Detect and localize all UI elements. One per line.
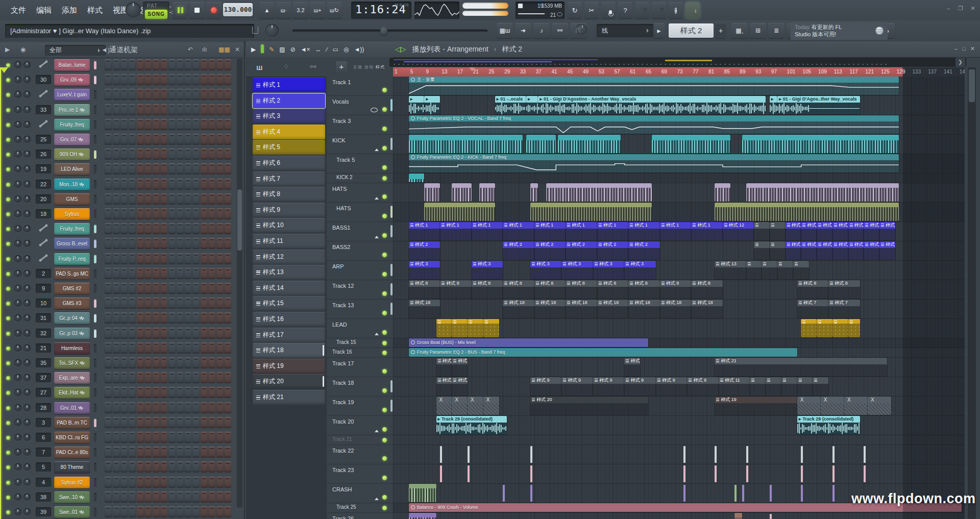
pattern-clip-样式 2[interactable]: 样式 2 — [534, 241, 566, 260]
track-mute-led[interactable] — [382, 88, 387, 92]
channel-pan-knob[interactable] — [14, 106, 21, 113]
step-button-16[interactable] — [224, 89, 231, 100]
step-button-9[interactable] — [168, 149, 176, 160]
step-button-3[interactable] — [120, 432, 128, 443]
channel-pan-knob[interactable] — [14, 225, 21, 232]
step-button-3[interactable] — [120, 59, 128, 70]
step-button-14[interactable] — [208, 491, 215, 503]
channel-pan-knob[interactable] — [14, 449, 21, 456]
step-button-3[interactable] — [120, 461, 128, 473]
pattern-clip[interactable] — [777, 261, 793, 279]
channel-enable-led[interactable] — [6, 391, 10, 395]
step-button-7[interactable] — [153, 417, 160, 428]
channel-volume-knob[interactable] — [23, 389, 31, 396]
step-button-11[interactable] — [184, 74, 191, 85]
channel-pan-knob[interactable] — [14, 151, 21, 158]
track-header-KICK-4[interactable]: KICK··· — [327, 135, 393, 154]
step-button-10[interactable] — [177, 268, 184, 279]
step-button-6[interactable] — [144, 149, 152, 160]
channel-number[interactable]: 22 — [36, 180, 51, 189]
channel-button-LED Alive[interactable]: LED Alive — [54, 163, 90, 175]
step-button-14[interactable] — [208, 268, 215, 279]
step-button-7[interactable] — [153, 149, 160, 160]
step-button-13[interactable] — [201, 357, 208, 368]
step-button-11[interactable] — [184, 268, 191, 279]
channel-pan-knob[interactable] — [14, 165, 21, 172]
track-mute-led[interactable] — [382, 351, 387, 355]
step-button-16[interactable] — [224, 238, 231, 249]
channel-volume-knob[interactable] — [23, 76, 31, 83]
step-button-11[interactable] — [184, 134, 191, 145]
count-in-button[interactable]: 3.2 — [293, 2, 308, 18]
channel-enable-led[interactable] — [6, 436, 10, 440]
step-button-12[interactable] — [192, 342, 200, 354]
step-button-3[interactable] — [120, 179, 128, 190]
channel-link-icon[interactable] — [40, 91, 47, 96]
step-button-2[interactable] — [113, 298, 120, 309]
step-button-7[interactable] — [153, 134, 160, 145]
track-header-Track 3-3[interactable]: Track 3··· — [327, 115, 393, 135]
track-header-Track 5-5[interactable]: Track 5··· — [327, 154, 393, 174]
step-button-4[interactable] — [129, 59, 136, 70]
step-button-2[interactable] — [113, 179, 120, 190]
step-button-16[interactable] — [224, 59, 231, 70]
channel-enable-led[interactable] — [6, 93, 10, 97]
fx-tick-clip[interactable] — [832, 485, 835, 502]
step-button-10[interactable] — [177, 74, 184, 85]
step-button-4[interactable] — [129, 283, 136, 294]
step-button-11[interactable] — [184, 298, 191, 309]
step-button-14[interactable] — [208, 89, 215, 100]
pattern-clip-样式 1[interactable]: 样式 1 — [786, 222, 801, 240]
channel-target-indicator[interactable] — [94, 344, 96, 353]
audio-clip[interactable]: ▸ — [424, 96, 440, 114]
track-mute-led[interactable] — [382, 341, 387, 345]
track-mute-led[interactable] — [382, 194, 387, 199]
step-button-1[interactable] — [105, 491, 112, 503]
step-button-2[interactable] — [113, 417, 120, 428]
track-header-LEAD-14[interactable]: LEAD··· — [327, 319, 393, 338]
step-button-10[interactable] — [177, 432, 184, 443]
channel-number[interactable]: 35 — [36, 358, 51, 367]
step-button-15[interactable] — [216, 417, 224, 428]
channel-number[interactable]: 37 — [36, 373, 51, 382]
pattern-clip-样式 1[interactable]: 样式 1 — [566, 222, 597, 240]
step-button-16[interactable] — [224, 312, 231, 324]
pattern-clip-样式 8[interactable]: 样式 8 — [797, 280, 828, 299]
step-button-12[interactable] — [192, 253, 200, 264]
step-button-5[interactable] — [137, 193, 144, 205]
step-button-2[interactable] — [113, 238, 120, 249]
step-button-3[interactable] — [120, 163, 128, 175]
pattern-clip-样式 3[interactable]: 样式 3 — [624, 261, 655, 279]
step-button-2[interactable] — [113, 59, 120, 70]
pattern-clip-样式 8[interactable]: 样式 8 — [660, 280, 691, 299]
song-mode-button[interactable]: SONG — [145, 10, 167, 19]
channel-volume-knob[interactable] — [23, 404, 31, 411]
channel-button-Pro..re 1[interactable]: Pro..re 1 — [54, 104, 90, 116]
track-group-arrow-icon[interactable] — [375, 234, 379, 238]
step-button-14[interactable] — [208, 342, 215, 354]
step-button-11[interactable] — [184, 119, 191, 130]
step-button-13[interactable] — [201, 134, 208, 145]
picker-tab-自动[interactable]: 自动 — [364, 65, 374, 69]
channel-enable-led[interactable] — [6, 183, 10, 187]
step-button-13[interactable] — [201, 312, 208, 324]
step-button-9[interactable] — [168, 342, 176, 354]
brown-clip[interactable] — [734, 513, 742, 519]
step-button-8[interactable] — [160, 193, 167, 205]
channel-button-Gr..p 04[interactable]: Gr..p 04 — [54, 312, 90, 324]
channel-button-Grv..07[interactable]: Grv..07 — [54, 134, 90, 145]
step-button-1[interactable] — [105, 268, 112, 279]
pattern-clip-样式 8[interactable]: 样式 8 — [628, 280, 659, 299]
channel-number[interactable]: 33 — [36, 105, 51, 114]
step-button-8[interactable] — [160, 357, 167, 368]
step-button-9[interactable] — [168, 208, 176, 219]
channel-link-icon[interactable] — [40, 255, 47, 261]
pattern-clip-样式 18[interactable]: 样式 18 — [534, 300, 566, 318]
channel-pan-knob[interactable] — [14, 419, 21, 426]
track-mute-led[interactable] — [382, 165, 387, 170]
step-button-15[interactable] — [216, 491, 224, 503]
pattern-clip-样式 8[interactable]: 样式 8 — [534, 280, 566, 299]
step-button-4[interactable] — [129, 149, 136, 160]
pattern-clip-样式 8[interactable]: 样式 8 — [440, 280, 471, 299]
step-button-3[interactable] — [120, 491, 128, 503]
